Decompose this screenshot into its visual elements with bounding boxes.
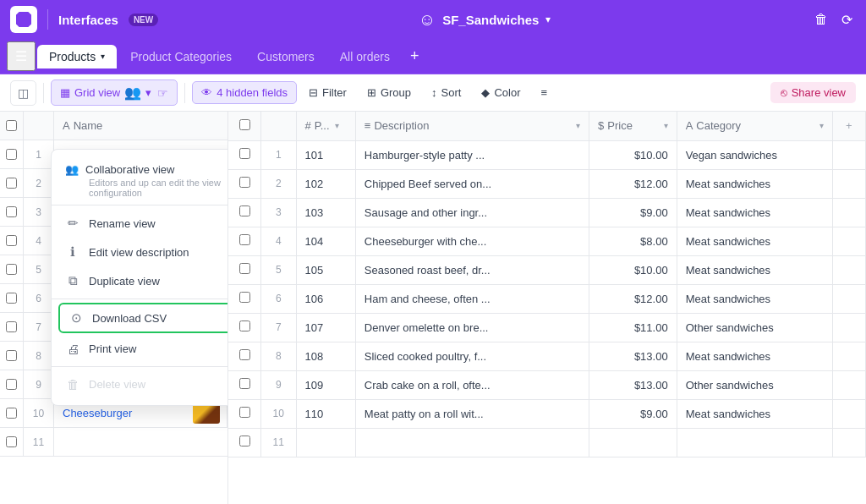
row-checkbox[interactable] xyxy=(228,227,261,255)
col-category-sort: ▾ xyxy=(819,121,824,130)
tab-all-orders[interactable]: All orders xyxy=(328,45,402,68)
view-chevron: ▾ xyxy=(145,86,151,99)
lp-header: A Name xyxy=(0,112,227,140)
row-checkbox[interactable] xyxy=(228,342,261,370)
group-button[interactable]: ⊞ Group xyxy=(359,82,419,103)
row-checkbox[interactable] xyxy=(228,255,261,284)
row-checkbox[interactable] xyxy=(228,313,261,342)
collaborative-sub: Editors and up can edit the view configu… xyxy=(65,178,228,198)
table-area: # P... ▾ ≡ Description ▾ xyxy=(228,112,866,504)
th-checkbox[interactable] xyxy=(228,112,261,140)
row-desc: Hamburger-style patty ... xyxy=(355,140,589,169)
table-row: 6 106 Ham and cheese, often ... $12.00 M… xyxy=(228,284,866,313)
tab-product-categories-label: Product Categories xyxy=(130,50,232,63)
row-price: $12.00 xyxy=(589,169,677,198)
add-tab-button[interactable]: + xyxy=(403,44,426,68)
download-csv-label: Download CSV xyxy=(92,312,167,325)
row-desc: Ham and cheese, often ... xyxy=(355,284,589,313)
col-category-label: Category xyxy=(696,119,741,132)
row-extra xyxy=(832,342,865,370)
row-number: 2 xyxy=(261,169,296,198)
sort-icon: ↕ xyxy=(431,86,437,99)
row-category: Meat sandwiches xyxy=(677,284,832,313)
download-icon: ⊙ xyxy=(69,310,84,326)
row-price: $11.00 xyxy=(589,313,677,342)
row-checkbox[interactable] xyxy=(228,370,261,399)
table-row: 1 101 Hamburger-style patty ... $10.00 V… xyxy=(228,140,866,169)
cursor-indicator: ☞ xyxy=(157,86,168,100)
row-id: 103 xyxy=(296,198,355,227)
hidden-fields-button[interactable]: 👁 4 hidden fields xyxy=(192,81,297,104)
trash-icon[interactable]: 🗑 xyxy=(811,8,831,30)
pencil-icon: ✏ xyxy=(65,216,80,231)
row-id: 104 xyxy=(296,227,355,255)
row-category: Meat sandwiches xyxy=(677,342,832,370)
tab-bar: ☰ Products ▾ Product Categories Customer… xyxy=(0,39,866,74)
row-checkbox[interactable] xyxy=(228,140,261,169)
name-col-icon: A xyxy=(63,119,70,132)
list-item: 11 xyxy=(0,428,227,457)
filter-label: Filter xyxy=(322,86,347,99)
color-button[interactable]: ◆ Color xyxy=(473,82,529,103)
duplicate-view-label: Duplicate view xyxy=(89,275,160,288)
users-menu-icon: 👥 xyxy=(65,163,79,176)
trash-menu-icon: 🗑 xyxy=(65,377,80,392)
tab-product-categories[interactable]: Product Categories xyxy=(118,45,244,68)
th-desc[interactable]: ≡ Description ▾ xyxy=(355,112,589,140)
tab-customers[interactable]: Customers xyxy=(245,45,326,68)
fields-icon-button[interactable]: ≡ xyxy=(532,82,556,103)
row-extra xyxy=(832,169,865,198)
share-view-label: Share view xyxy=(792,86,846,99)
lp-header-rownum xyxy=(24,112,54,140)
row-category: Meat sandwiches xyxy=(677,198,832,227)
user-chevron[interactable]: ▾ xyxy=(545,14,551,25)
th-price[interactable]: $ Price ▾ xyxy=(589,112,677,140)
filter-button[interactable]: ⊟ Filter xyxy=(300,82,355,103)
row-checkbox[interactable] xyxy=(228,284,261,313)
th-category[interactable]: A Category ▾ xyxy=(677,112,832,140)
share-view-button[interactable]: ⎋ Share view xyxy=(770,82,856,103)
table-row: 7 107 Denver omelette on bre... $11.00 O… xyxy=(228,313,866,342)
data-table: # P... ▾ ≡ Description ▾ xyxy=(228,112,866,457)
menu-divider-3 xyxy=(52,366,228,367)
row-checkbox[interactable] xyxy=(228,198,261,227)
th-id[interactable]: # P... ▾ xyxy=(296,112,355,140)
row-number: 9 xyxy=(261,370,296,399)
menu-divider-2 xyxy=(52,299,228,299)
history-icon[interactable]: ⟳ xyxy=(838,8,856,31)
user-name: SF_Sandwiches xyxy=(442,13,539,27)
tab-customers-label: Customers xyxy=(257,50,315,63)
sidebar-toggle-button[interactable]: ◫ xyxy=(10,80,36,106)
table-row-empty: 11 xyxy=(228,428,866,457)
row-id: 110 xyxy=(296,399,355,428)
table-wrap[interactable]: # P... ▾ ≡ Description ▾ xyxy=(228,112,866,504)
download-csv-item[interactable]: ⊙ Download CSV xyxy=(58,303,228,333)
row-checkbox[interactable] xyxy=(228,169,261,198)
lp-header-check[interactable] xyxy=(0,112,24,140)
th-add-column[interactable]: + xyxy=(832,112,865,140)
group-label: Group xyxy=(381,86,411,99)
sort-button[interactable]: ↕ Sort xyxy=(423,82,469,103)
row-price: $8.00 xyxy=(589,227,677,255)
table-row: 10 110 Meat patty on a roll wit... $9.00… xyxy=(228,399,866,428)
row-price: $13.00 xyxy=(589,370,677,399)
grid-view-button[interactable]: ▦ Grid view 👥 ▾ ☞ xyxy=(51,79,178,106)
row-checkbox[interactable] xyxy=(228,399,261,428)
row-name-link[interactable]: Cheeseburger xyxy=(63,407,132,419)
rename-view-item[interactable]: ✏ Rename view xyxy=(52,209,228,238)
row-desc: Sliced cooked poultry, f... xyxy=(355,342,589,370)
edit-description-item[interactable]: ℹ Edit view description xyxy=(52,238,228,266)
delete-view-item: 🗑 Delete view xyxy=(52,370,228,398)
tab-products[interactable]: Products ▾ xyxy=(37,45,117,68)
row-extra xyxy=(832,255,865,284)
row-id: 106 xyxy=(296,284,355,313)
filter-icon: ⊟ xyxy=(309,86,318,99)
collaborative-label: Collaborative view xyxy=(85,163,175,176)
print-view-item[interactable]: 🖨 Print view xyxy=(52,335,228,363)
logo xyxy=(10,6,37,33)
duplicate-view-item[interactable]: ⧉ Duplicate view xyxy=(52,266,228,295)
row-extra xyxy=(832,370,865,399)
row-id: 109 xyxy=(296,370,355,399)
col-desc-label: Description xyxy=(374,119,429,132)
hamburger-button[interactable]: ☰ xyxy=(7,41,36,71)
